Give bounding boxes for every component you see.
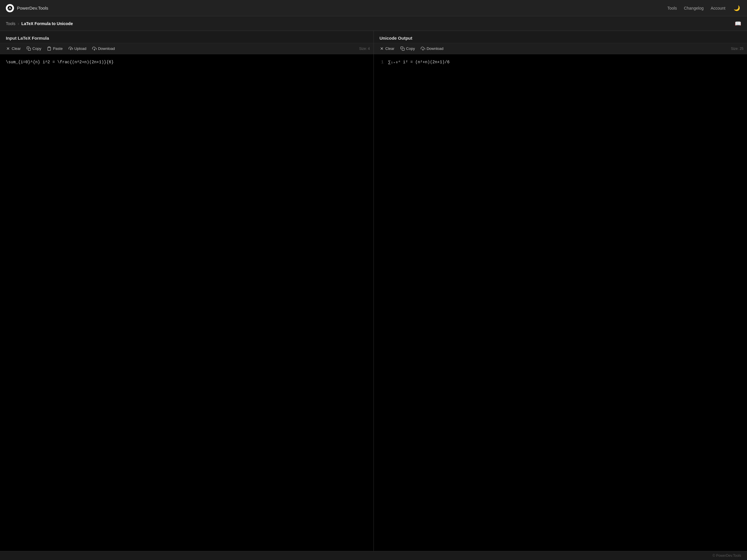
brand-name: PowerDev.Tools (17, 5, 48, 10)
input-editor-area: \sum_{i=0}^{n} i^2 = \frac{(n^2+n)(2n+1)… (0, 54, 374, 551)
input-copy-label: Copy (32, 46, 41, 51)
main-content: Input LaTeX Formula Clear Copy Paste (0, 31, 747, 551)
footer-copyright: © PowerDev.Tools (713, 554, 741, 558)
output-download-icon (421, 46, 425, 51)
output-panel: Unicode Output Clear Copy Download (374, 31, 747, 551)
input-panel-title: Input LaTeX Formula (0, 31, 374, 43)
output-download-label: Download (427, 46, 443, 51)
breadcrumb-tools[interactable]: Tools (6, 21, 16, 26)
breadcrumb-current: LaTeX Formula to Unicode (21, 21, 73, 26)
navbar: PowerDev.Tools Tools Changelog Account 🌙 (0, 0, 747, 16)
input-paste-label: Paste (53, 46, 62, 51)
svg-rect-3 (28, 48, 31, 50)
theme-toggle-button[interactable]: 🌙 (732, 4, 741, 12)
output-download-button[interactable]: Download (418, 45, 446, 52)
input-textarea[interactable]: \sum_{i=0}^{n} i^2 = \frac{(n^2+n)(2n+1)… (0, 54, 374, 551)
input-toolbar: Clear Copy Paste Upload (0, 43, 374, 54)
output-panel-title: Unicode Output (374, 31, 747, 43)
output-area: 1 ∑ᵢ₌₀ⁿ i² = (n²+n)(2n+1)/6 (374, 54, 747, 551)
output-copy-icon (400, 46, 405, 51)
output-size-info: Size: 25 (731, 47, 744, 51)
breadcrumb-bar: Tools › LaTeX Formula to Unicode 📖 (0, 16, 747, 31)
logo-icon (6, 4, 14, 12)
svg-rect-9 (402, 48, 404, 50)
input-size-info: Size: 4 (359, 47, 370, 51)
line-number-1: 1 (381, 60, 383, 64)
upload-icon (69, 46, 73, 51)
input-paste-button[interactable]: Paste (45, 45, 65, 52)
output-toolbar: Clear Copy Download Size: 25 (374, 43, 747, 54)
input-panel: Input LaTeX Formula Clear Copy Paste (0, 31, 374, 551)
output-copy-label: Copy (406, 46, 415, 51)
account-nav-link[interactable]: Account (711, 6, 725, 10)
output-clear-label: Clear (385, 46, 394, 51)
svg-rect-4 (48, 47, 50, 48)
download-icon (92, 46, 97, 51)
footer: © PowerDev.Tools (0, 551, 747, 560)
book-icon[interactable]: 📖 (735, 20, 741, 27)
svg-point-0 (7, 5, 12, 10)
output-text: ∑ᵢ₌₀ⁿ i² = (n²+n)(2n+1)/6 (388, 59, 450, 546)
changelog-nav-link[interactable]: Changelog (684, 6, 704, 10)
output-clear-button[interactable]: Clear (377, 45, 397, 52)
input-copy-button[interactable]: Copy (24, 45, 44, 52)
copy-icon (27, 46, 31, 51)
paste-icon (47, 46, 51, 51)
breadcrumb-separator: › (18, 21, 19, 26)
navbar-left: PowerDev.Tools (6, 4, 48, 12)
input-clear-button[interactable]: Clear (3, 45, 23, 52)
line-numbers: 1 (380, 59, 388, 546)
x-icon (6, 46, 10, 51)
input-download-label: Download (98, 46, 115, 51)
input-clear-label: Clear (12, 46, 21, 51)
tools-nav-link[interactable]: Tools (667, 6, 677, 10)
breadcrumb: Tools › LaTeX Formula to Unicode (6, 21, 73, 26)
input-download-button[interactable]: Download (90, 45, 117, 52)
output-x-icon (380, 46, 384, 51)
input-upload-button[interactable]: Upload (66, 45, 89, 52)
input-upload-label: Upload (74, 46, 86, 51)
output-copy-button[interactable]: Copy (398, 45, 417, 52)
navbar-right: Tools Changelog Account 🌙 (667, 4, 741, 12)
